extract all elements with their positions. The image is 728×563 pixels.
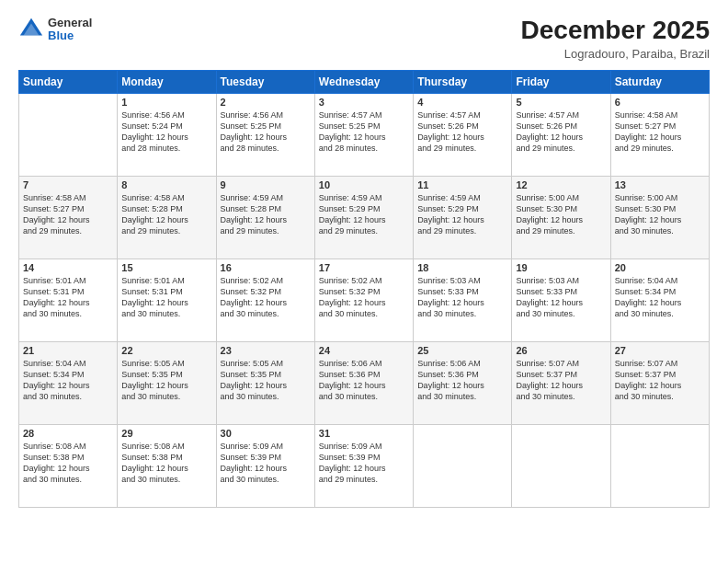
- day-number: 4: [417, 97, 507, 108]
- table-row: 5Sunrise: 4:57 AM Sunset: 5:26 PM Daylig…: [512, 93, 610, 176]
- day-number: 1: [121, 97, 211, 108]
- logo-general: General: [48, 17, 92, 29]
- day-number: 14: [23, 262, 113, 273]
- day-number: 13: [615, 179, 705, 190]
- cell-info: Sunrise: 5:04 AM Sunset: 5:34 PM Dayligh…: [615, 275, 705, 320]
- calendar-week-5: 28Sunrise: 5:08 AM Sunset: 5:38 PM Dayli…: [19, 424, 710, 507]
- cell-info: Sunrise: 5:08 AM Sunset: 5:38 PM Dayligh…: [121, 441, 211, 486]
- cell-info: Sunrise: 5:02 AM Sunset: 5:32 PM Dayligh…: [319, 275, 409, 320]
- day-number: 6: [615, 97, 705, 108]
- table-row: 30Sunrise: 5:09 AM Sunset: 5:39 PM Dayli…: [216, 424, 314, 507]
- page: General Blue December 2025 Logradouro, P…: [0, 0, 728, 563]
- table-row: 10Sunrise: 4:59 AM Sunset: 5:29 PM Dayli…: [314, 176, 413, 259]
- col-friday: Friday: [512, 70, 610, 93]
- table-row: [414, 424, 512, 507]
- day-number: 12: [516, 179, 606, 190]
- day-number: 30: [221, 428, 311, 439]
- cell-info: Sunrise: 5:04 AM Sunset: 5:34 PM Dayligh…: [23, 358, 113, 403]
- cell-info: Sunrise: 5:01 AM Sunset: 5:31 PM Dayligh…: [23, 275, 113, 320]
- day-number: 9: [221, 179, 311, 190]
- cell-info: Sunrise: 4:59 AM Sunset: 5:28 PM Dayligh…: [221, 192, 311, 237]
- day-number: 19: [516, 262, 606, 273]
- table-row: 9Sunrise: 4:59 AM Sunset: 5:28 PM Daylig…: [216, 176, 314, 259]
- location-subtitle: Logradouro, Paraiba, Brazil: [521, 47, 710, 61]
- day-number: 20: [615, 262, 705, 273]
- cell-info: Sunrise: 5:06 AM Sunset: 5:36 PM Dayligh…: [417, 358, 507, 403]
- table-row: 8Sunrise: 4:58 AM Sunset: 5:28 PM Daylig…: [118, 176, 216, 259]
- day-number: 29: [121, 428, 211, 439]
- col-tuesday: Tuesday: [216, 70, 314, 93]
- table-row: 13Sunrise: 5:00 AM Sunset: 5:30 PM Dayli…: [610, 176, 709, 259]
- table-row: 19Sunrise: 5:03 AM Sunset: 5:33 PM Dayli…: [512, 259, 610, 341]
- cell-info: Sunrise: 5:03 AM Sunset: 5:33 PM Dayligh…: [516, 275, 606, 320]
- cell-info: Sunrise: 5:05 AM Sunset: 5:35 PM Dayligh…: [121, 358, 211, 403]
- table-row: 16Sunrise: 5:02 AM Sunset: 5:32 PM Dayli…: [216, 259, 314, 341]
- cell-info: Sunrise: 5:09 AM Sunset: 5:39 PM Dayligh…: [319, 441, 409, 486]
- cell-info: Sunrise: 4:57 AM Sunset: 5:26 PM Dayligh…: [516, 109, 606, 155]
- calendar-week-2: 7Sunrise: 4:58 AM Sunset: 5:27 PM Daylig…: [19, 176, 710, 259]
- day-number: 28: [23, 428, 113, 439]
- table-row: [19, 93, 118, 176]
- day-number: 3: [319, 97, 409, 108]
- cell-info: Sunrise: 4:57 AM Sunset: 5:25 PM Dayligh…: [319, 109, 409, 155]
- table-row: [610, 424, 709, 507]
- col-thursday: Thursday: [414, 70, 512, 93]
- cell-info: Sunrise: 4:59 AM Sunset: 5:29 PM Dayligh…: [319, 192, 409, 237]
- cell-info: Sunrise: 5:09 AM Sunset: 5:39 PM Dayligh…: [221, 441, 311, 486]
- col-sunday: Sunday: [19, 70, 118, 93]
- table-row: 17Sunrise: 5:02 AM Sunset: 5:32 PM Dayli…: [314, 259, 413, 341]
- cell-info: Sunrise: 5:00 AM Sunset: 5:30 PM Dayligh…: [516, 192, 606, 237]
- table-row: 22Sunrise: 5:05 AM Sunset: 5:35 PM Dayli…: [118, 341, 216, 424]
- table-row: 31Sunrise: 5:09 AM Sunset: 5:39 PM Dayli…: [314, 424, 413, 507]
- cell-info: Sunrise: 4:58 AM Sunset: 5:28 PM Dayligh…: [121, 192, 211, 237]
- table-row: 28Sunrise: 5:08 AM Sunset: 5:38 PM Dayli…: [19, 424, 118, 507]
- table-row: 7Sunrise: 4:58 AM Sunset: 5:27 PM Daylig…: [19, 176, 118, 259]
- table-row: 24Sunrise: 5:06 AM Sunset: 5:36 PM Dayli…: [314, 341, 413, 424]
- table-row: 18Sunrise: 5:03 AM Sunset: 5:33 PM Dayli…: [414, 259, 512, 341]
- table-row: 25Sunrise: 5:06 AM Sunset: 5:36 PM Dayli…: [414, 341, 512, 424]
- cell-info: Sunrise: 5:08 AM Sunset: 5:38 PM Dayligh…: [23, 441, 113, 486]
- cell-info: Sunrise: 4:59 AM Sunset: 5:29 PM Dayligh…: [417, 192, 507, 237]
- logo: General Blue: [18, 17, 92, 43]
- col-monday: Monday: [118, 70, 216, 93]
- day-number: 16: [221, 262, 311, 273]
- day-number: 24: [319, 345, 409, 356]
- cell-info: Sunrise: 4:56 AM Sunset: 5:25 PM Dayligh…: [221, 109, 311, 155]
- cell-info: Sunrise: 4:58 AM Sunset: 5:27 PM Dayligh…: [23, 192, 113, 237]
- day-number: 22: [121, 345, 211, 356]
- day-number: 2: [221, 97, 311, 108]
- table-row: 27Sunrise: 5:07 AM Sunset: 5:37 PM Dayli…: [610, 341, 709, 424]
- day-number: 26: [516, 345, 606, 356]
- cell-info: Sunrise: 4:58 AM Sunset: 5:27 PM Dayligh…: [615, 109, 705, 155]
- cell-info: Sunrise: 5:07 AM Sunset: 5:37 PM Dayligh…: [516, 358, 606, 403]
- table-row: 11Sunrise: 4:59 AM Sunset: 5:29 PM Dayli…: [414, 176, 512, 259]
- logo-blue: Blue: [48, 29, 92, 42]
- title-block: December 2025 Logradouro, Paraiba, Brazi…: [521, 17, 710, 61]
- table-row: 29Sunrise: 5:08 AM Sunset: 5:38 PM Dayli…: [118, 424, 216, 507]
- table-row: 6Sunrise: 4:58 AM Sunset: 5:27 PM Daylig…: [610, 93, 709, 176]
- calendar-week-1: 1Sunrise: 4:56 AM Sunset: 5:24 PM Daylig…: [19, 93, 710, 176]
- table-row: 21Sunrise: 5:04 AM Sunset: 5:34 PM Dayli…: [19, 341, 118, 424]
- cell-info: Sunrise: 5:00 AM Sunset: 5:30 PM Dayligh…: [615, 192, 705, 237]
- table-row: 1Sunrise: 4:56 AM Sunset: 5:24 PM Daylig…: [118, 93, 216, 176]
- day-number: 5: [516, 97, 606, 108]
- logo-text: General Blue: [48, 17, 92, 43]
- col-wednesday: Wednesday: [314, 70, 413, 93]
- cell-info: Sunrise: 5:05 AM Sunset: 5:35 PM Dayligh…: [221, 358, 311, 403]
- table-row: 12Sunrise: 5:00 AM Sunset: 5:30 PM Dayli…: [512, 176, 610, 259]
- day-number: 21: [23, 345, 113, 356]
- calendar-header-row: Sunday Monday Tuesday Wednesday Thursday…: [19, 70, 710, 93]
- table-row: 23Sunrise: 5:05 AM Sunset: 5:35 PM Dayli…: [216, 341, 314, 424]
- table-row: 2Sunrise: 4:56 AM Sunset: 5:25 PM Daylig…: [216, 93, 314, 176]
- calendar-table: Sunday Monday Tuesday Wednesday Thursday…: [18, 70, 710, 508]
- day-number: 15: [121, 262, 211, 273]
- day-number: 23: [221, 345, 311, 356]
- day-number: 10: [319, 179, 409, 190]
- cell-info: Sunrise: 5:07 AM Sunset: 5:37 PM Dayligh…: [615, 358, 705, 403]
- cell-info: Sunrise: 5:02 AM Sunset: 5:32 PM Dayligh…: [221, 275, 311, 320]
- table-row: 3Sunrise: 4:57 AM Sunset: 5:25 PM Daylig…: [314, 93, 413, 176]
- day-number: 31: [319, 428, 409, 439]
- cell-info: Sunrise: 5:01 AM Sunset: 5:31 PM Dayligh…: [121, 275, 211, 320]
- calendar-week-3: 14Sunrise: 5:01 AM Sunset: 5:31 PM Dayli…: [19, 259, 710, 341]
- calendar-week-4: 21Sunrise: 5:04 AM Sunset: 5:34 PM Dayli…: [19, 341, 710, 424]
